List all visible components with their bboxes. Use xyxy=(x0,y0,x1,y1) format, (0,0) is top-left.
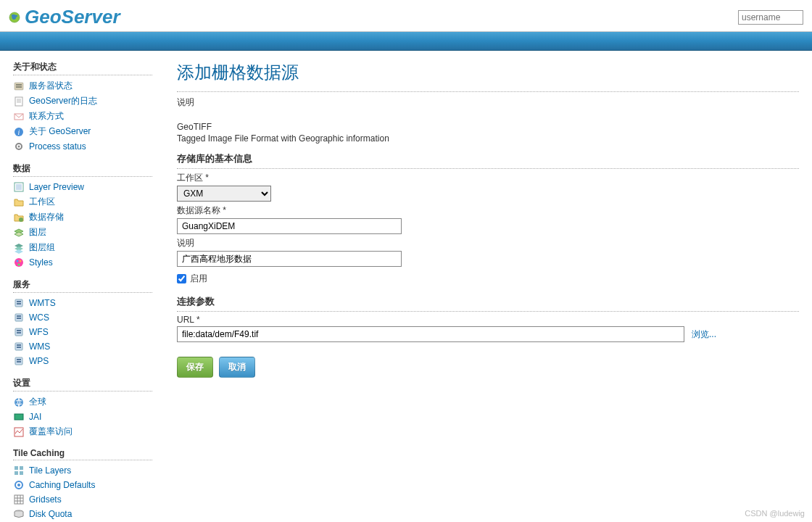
gear-icon xyxy=(13,141,25,152)
nav-link[interactable]: Tile Layers xyxy=(29,465,71,476)
logo-text: GeoServer xyxy=(25,6,120,28)
sidebar-item[interactable]: 覆盖率访问 xyxy=(13,424,152,439)
watermark: CSDN @ludewig xyxy=(745,509,805,518)
browse-link[interactable]: 浏览... xyxy=(692,328,716,341)
workspace-select[interactable]: GXM xyxy=(177,186,271,202)
globe-icon xyxy=(13,397,25,408)
main-content: 添加栅格数据源 说明 GeoTIFF Tagged Image File For… xyxy=(160,51,812,522)
svg-rect-34 xyxy=(17,359,21,360)
cat-about: 关于和状态 xyxy=(13,61,152,75)
coverage-icon xyxy=(13,426,25,438)
svg-point-19 xyxy=(20,260,22,262)
service-icon xyxy=(13,326,25,338)
nav-link[interactable]: 覆盖率访问 xyxy=(29,426,72,438)
sidebar-item[interactable]: i关于 GeoServer xyxy=(13,124,152,139)
datasource-name-input[interactable] xyxy=(177,218,402,234)
sidebar-item[interactable]: 全球 xyxy=(13,394,152,410)
nav-link[interactable]: 图层组 xyxy=(29,241,55,254)
svg-rect-4 xyxy=(16,84,22,86)
nav-link[interactable]: 全球 xyxy=(29,396,46,408)
svg-point-36 xyxy=(14,398,23,407)
service-icon xyxy=(13,341,25,352)
username-input[interactable] xyxy=(738,10,803,25)
info-icon: i xyxy=(13,126,25,138)
svg-point-16 xyxy=(19,218,23,222)
nav-link[interactable]: Process status xyxy=(29,141,86,152)
palette-icon xyxy=(13,257,25,268)
nav-link[interactable]: 数据存储 xyxy=(29,211,64,223)
nav-link[interactable]: Disk Quota xyxy=(29,509,72,519)
desc-label: 说明 xyxy=(177,96,799,109)
svg-rect-39 xyxy=(14,466,18,470)
sidebar-item[interactable]: Disk Quota xyxy=(13,507,152,521)
sidebar-item[interactable]: WPS xyxy=(13,354,152,368)
sidebar-item[interactable]: GeoServer的日志 xyxy=(13,94,152,109)
svg-point-18 xyxy=(17,260,19,262)
mail-icon xyxy=(13,111,25,123)
nav-link[interactable]: WCS xyxy=(29,312,49,323)
desc-input[interactable] xyxy=(177,251,402,267)
sidebar: 关于和状态 服务器状态GeoServer的日志联系方式i关于 GeoServer… xyxy=(0,51,160,522)
layer2-icon xyxy=(13,227,25,239)
nav-link[interactable]: WMTS xyxy=(29,298,56,308)
nav-link[interactable]: 工作区 xyxy=(29,196,55,208)
nav-link[interactable]: GeoServer的日志 xyxy=(29,95,97,107)
sidebar-item[interactable]: Layer Preview xyxy=(13,180,152,194)
sidebar-item[interactable]: Styles xyxy=(13,255,152,270)
layergroup-icon xyxy=(13,242,25,254)
page-title: 添加栅格数据源 xyxy=(177,61,799,84)
cat-data: 数据 xyxy=(13,162,152,177)
sidebar-item[interactable]: 工作区 xyxy=(13,194,152,210)
url-input[interactable] xyxy=(177,326,684,342)
sidebar-item[interactable]: 服务器状态 xyxy=(13,78,152,94)
cat-settings: 设置 xyxy=(13,377,152,392)
sidebar-item[interactable]: WMS xyxy=(13,339,152,354)
datasource-name-label: 数据源名称 * xyxy=(177,204,799,217)
sidebar-item[interactable]: WCS xyxy=(13,310,152,325)
sidebar-item[interactable]: 联系方式 xyxy=(13,109,152,124)
enable-label: 启用 xyxy=(190,273,207,285)
sidebar-item[interactable]: 图层组 xyxy=(13,240,152,255)
grid-icon xyxy=(13,494,25,505)
cancel-button[interactable]: 取消 xyxy=(219,357,255,378)
nav-link[interactable]: 关于 GeoServer xyxy=(29,125,91,138)
sidebar-item[interactable]: 图层 xyxy=(13,225,152,240)
basic-info-title: 存储库的基本信息 xyxy=(177,152,799,165)
service-icon xyxy=(13,355,25,367)
nav-link[interactable]: 图层 xyxy=(29,226,46,239)
save-button[interactable]: 保存 xyxy=(177,357,213,378)
nav-link[interactable]: 联系方式 xyxy=(29,110,64,123)
sidebar-item[interactable]: JAI xyxy=(13,410,152,424)
tile-icon xyxy=(13,465,25,476)
nav-link[interactable]: Layer Preview xyxy=(29,182,84,192)
nav-link[interactable]: WPS xyxy=(29,356,49,366)
svg-rect-40 xyxy=(20,466,23,470)
enable-checkbox[interactable] xyxy=(177,274,186,283)
nav-link[interactable]: JAI xyxy=(29,412,41,422)
nav-link[interactable]: WMS xyxy=(29,341,50,352)
svg-point-14 xyxy=(18,146,20,148)
header: GeoServer xyxy=(0,0,812,32)
svg-rect-32 xyxy=(17,347,21,348)
sidebar-item[interactable]: 数据存储 xyxy=(13,210,152,225)
svg-rect-42 xyxy=(20,471,23,475)
sidebar-item[interactable]: Process status xyxy=(13,139,152,154)
sidebar-item[interactable]: Gridsets xyxy=(13,492,152,507)
nav-link[interactable]: Caching Defaults xyxy=(29,480,95,490)
nav-link[interactable]: Gridsets xyxy=(29,494,62,505)
svg-point-44 xyxy=(17,484,20,486)
nav-link[interactable]: Styles xyxy=(29,257,53,268)
sidebar-item[interactable]: Tile Layers xyxy=(13,463,152,478)
nav-link[interactable]: 服务器状态 xyxy=(29,80,72,92)
sidebar-item[interactable]: Caching Defaults xyxy=(13,478,152,492)
sidebar-item[interactable]: WFS xyxy=(13,325,152,339)
nav-link[interactable]: WFS xyxy=(29,327,49,337)
svg-rect-28 xyxy=(17,330,21,331)
server-icon xyxy=(13,80,25,92)
svg-text:i: i xyxy=(18,128,20,136)
layer-icon xyxy=(13,181,25,193)
sidebar-item[interactable]: WMTS xyxy=(13,296,152,310)
service-icon xyxy=(13,312,25,323)
logo[interactable]: GeoServer xyxy=(9,6,120,28)
svg-rect-41 xyxy=(14,471,18,475)
